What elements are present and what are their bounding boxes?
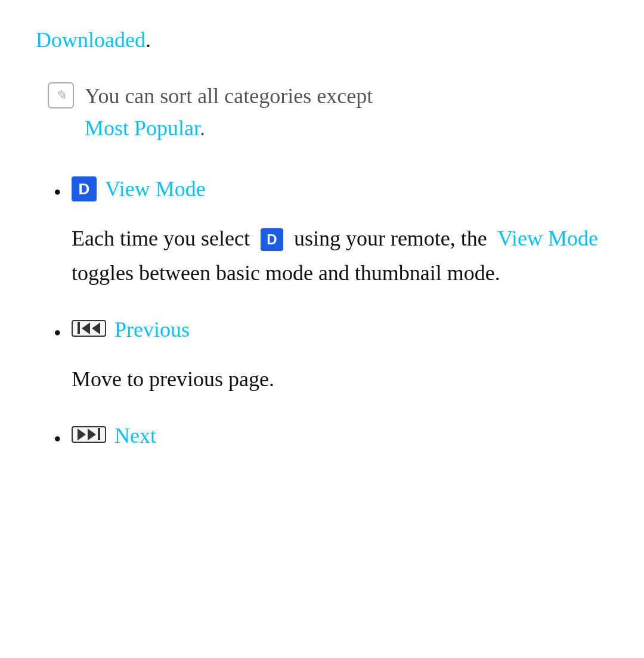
triangle-left-1 — [82, 322, 90, 334]
list-item-view-mode: D View Mode Each time you select D using… — [54, 174, 608, 297]
note-block: ✎ You can sort all categories except Mos… — [36, 80, 608, 144]
intro-line: Downloaded. — [36, 24, 608, 56]
downloaded-link[interactable]: Downloaded — [36, 28, 145, 52]
most-popular-link[interactable]: Most Popular — [85, 116, 200, 140]
note-period: . — [200, 116, 205, 140]
rewind-icon — [72, 320, 106, 337]
desc-part3: toggles between basic mode and thumbnail… — [72, 261, 500, 285]
view-mode-link[interactable]: View Mode — [105, 174, 206, 204]
triangle-right-2 — [88, 429, 96, 440]
fastfwd-arrows — [78, 429, 100, 440]
fastfwd-icon — [72, 426, 106, 443]
rewind-arrows — [78, 322, 100, 334]
list-item-next: Next — [54, 421, 608, 468]
previous-desc-text: Move to previous page. — [72, 367, 274, 391]
view-mode-header: D View Mode — [72, 174, 608, 204]
d-badge-inline: D — [261, 228, 283, 251]
note-text-before: You can sort all categories except — [85, 84, 373, 108]
note-text: You can sort all categories except Most … — [85, 80, 373, 144]
triangle-left-2 — [92, 322, 100, 334]
view-mode-inline-link[interactable]: View Mode — [497, 226, 598, 250]
previous-description: Move to previous page. — [72, 362, 608, 397]
list-item-previous: Previous Move to previous page. — [54, 315, 608, 403]
next-header: Next — [72, 421, 608, 451]
page-content: Downloaded. ✎ You can sort all categorie… — [36, 24, 608, 468]
previous-header: Previous — [72, 315, 608, 344]
note-icon: ✎ — [48, 82, 74, 108]
desc-part2: using your remote, the — [294, 226, 487, 250]
intro-period: . — [145, 28, 151, 52]
bar-left-1 — [78, 322, 80, 334]
bar-right-1 — [98, 428, 100, 440]
previous-link[interactable]: Previous — [114, 315, 190, 344]
next-link[interactable]: Next — [114, 421, 156, 451]
main-list: D View Mode Each time you select D using… — [36, 174, 608, 468]
desc-part1: Each time you select — [72, 226, 250, 250]
triangle-right-1 — [78, 429, 86, 440]
view-mode-description: Each time you select D using your remote… — [72, 222, 608, 290]
d-badge-view-mode: D — [72, 176, 97, 201]
